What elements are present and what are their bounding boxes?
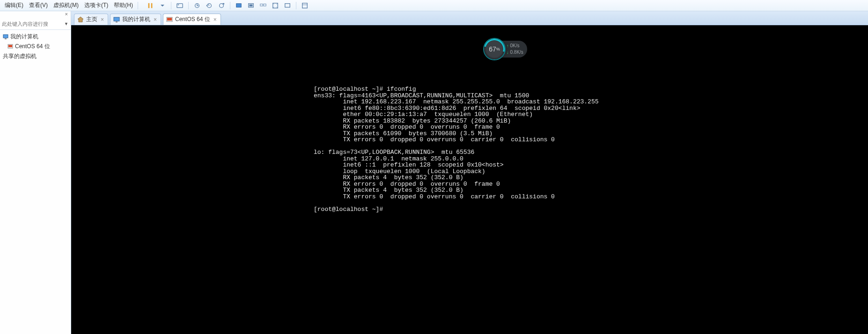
separator bbox=[296, 2, 296, 9]
view-unity-icon[interactable] bbox=[282, 1, 293, 10]
tree-my-computer[interactable]: 我的计算机 bbox=[1, 32, 70, 42]
separator bbox=[138, 2, 138, 9]
snapshot-icon[interactable] bbox=[191, 1, 203, 10]
svg-rect-2 bbox=[177, 3, 183, 7]
vm-icon bbox=[166, 16, 173, 23]
snapshot-manager-icon[interactable] bbox=[216, 1, 227, 10]
svg-rect-24 bbox=[167, 18, 172, 21]
search-dropdown-icon[interactable]: ▼ bbox=[63, 22, 70, 26]
tree-shared[interactable]: 共享的虚拟机 bbox=[1, 51, 70, 61]
search-input[interactable] bbox=[1, 20, 63, 28]
tabstrip: 主页 × 我的计算机 × CentOS 64 位 × bbox=[71, 11, 868, 25]
tab-close-icon[interactable]: × bbox=[100, 16, 105, 23]
download-arrow-icon: ↓ bbox=[507, 50, 509, 56]
performance-widget[interactable]: 67% ↑0K/s ↓0.8K/s bbox=[484, 38, 531, 60]
monitor-icon bbox=[113, 16, 120, 23]
library-icon[interactable] bbox=[299, 1, 310, 10]
separator bbox=[230, 2, 230, 9]
tree-label: 我的计算机 bbox=[10, 33, 38, 41]
menu-view[interactable]: 查看(V) bbox=[26, 0, 51, 10]
menu-tabs[interactable]: 选项卡(T) bbox=[81, 0, 111, 10]
content-area: 主页 × 我的计算机 × CentOS 64 位 × 67% ↑0K/s bbox=[71, 11, 868, 334]
menu-help[interactable]: 帮助(H) bbox=[111, 0, 136, 10]
tree-label: 共享的虚拟机 bbox=[3, 52, 37, 60]
svg-rect-7 bbox=[223, 3, 225, 4]
download-speed: 0.8K/s bbox=[510, 49, 523, 56]
tab-centos[interactable]: CentOS 64 位 × bbox=[163, 14, 221, 25]
tab-label: 我的计算机 bbox=[122, 15, 150, 23]
tree-centos[interactable]: CentOS 64 位 bbox=[1, 42, 70, 51]
svg-rect-14 bbox=[285, 3, 290, 7]
tree-label: CentOS 64 位 bbox=[15, 43, 50, 51]
svg-rect-21 bbox=[114, 17, 119, 21]
terminal-output[interactable]: [root@localhost ~]# ifconfig ens33: flag… bbox=[314, 86, 599, 212]
view-multiple-icon[interactable] bbox=[257, 1, 269, 10]
svg-rect-20 bbox=[8, 45, 12, 47]
menu-edit[interactable]: 编辑(E) bbox=[2, 0, 26, 10]
separator bbox=[188, 2, 189, 9]
tab-home[interactable]: 主页 × bbox=[74, 14, 108, 25]
view-console-icon[interactable] bbox=[245, 1, 257, 10]
svg-rect-17 bbox=[3, 35, 8, 38]
svg-rect-12 bbox=[264, 4, 266, 6]
vm-console[interactable]: 67% ↑0K/s ↓0.8K/s [root@localhost ~]# if… bbox=[71, 25, 868, 334]
pause-button[interactable] bbox=[145, 1, 156, 10]
separator bbox=[171, 2, 171, 9]
sidebar-close-button[interactable]: × bbox=[0, 11, 71, 18]
svg-rect-18 bbox=[5, 38, 7, 39]
svg-rect-15 bbox=[302, 3, 308, 8]
svg-rect-1 bbox=[151, 3, 153, 8]
svg-rect-3 bbox=[178, 4, 179, 5]
svg-rect-11 bbox=[260, 4, 263, 6]
svg-rect-22 bbox=[116, 22, 118, 22]
upload-speed: 0K/s bbox=[510, 43, 520, 49]
perf-percent: 67 bbox=[489, 45, 496, 53]
monitor-icon bbox=[3, 34, 8, 40]
svg-rect-10 bbox=[250, 4, 253, 6]
svg-rect-8 bbox=[236, 3, 242, 7]
tab-label: 主页 bbox=[86, 15, 97, 23]
tab-my-computer[interactable]: 我的计算机 × bbox=[110, 14, 161, 25]
upload-arrow-icon: ↑ bbox=[507, 43, 509, 49]
menubar: 编辑(E) 查看(V) 虚拟机(M) 选项卡(T) 帮助(H) bbox=[0, 0, 868, 11]
tab-close-icon[interactable]: × bbox=[213, 16, 218, 23]
perf-gauge: 67% bbox=[484, 39, 505, 59]
home-icon bbox=[77, 16, 84, 23]
tab-label: CentOS 64 位 bbox=[175, 15, 210, 23]
vm-icon bbox=[7, 44, 13, 50]
sidebar-search: ▼ bbox=[0, 18, 71, 30]
send-ctrlaltdel-icon[interactable] bbox=[174, 1, 185, 10]
perf-percent-symbol: % bbox=[496, 47, 500, 51]
sidebar: × ▼ 我的计算机 CentOS 64 位 共享的虚拟机 bbox=[0, 11, 71, 334]
menu-vm[interactable]: 虚拟机(M) bbox=[51, 0, 81, 10]
snapshot-revert-icon[interactable] bbox=[204, 1, 215, 10]
tab-close-icon[interactable]: × bbox=[153, 16, 158, 23]
main-area: × ▼ 我的计算机 CentOS 64 位 共享的虚拟机 主页 × bbox=[0, 11, 868, 334]
toolbar-icons bbox=[145, 1, 310, 10]
view-single-icon[interactable] bbox=[233, 1, 244, 10]
library-tree: 我的计算机 CentOS 64 位 共享的虚拟机 bbox=[0, 30, 71, 63]
dropdown-icon[interactable] bbox=[157, 1, 168, 10]
svg-rect-0 bbox=[148, 3, 150, 8]
view-fullscreen-icon[interactable] bbox=[270, 1, 281, 10]
